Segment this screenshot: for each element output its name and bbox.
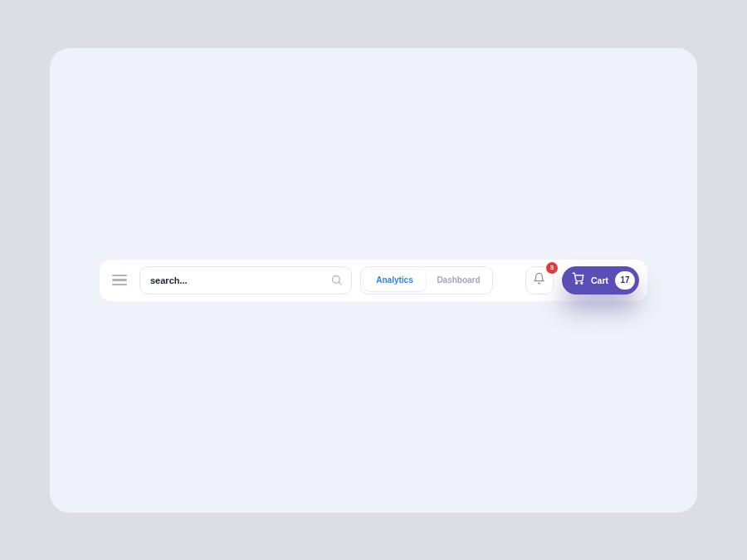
tab-dashboard[interactable]: Dashboard	[427, 270, 490, 291]
app-card: Analytics Dashboard 3 Cart 17	[50, 48, 697, 513]
cart-icon	[572, 272, 584, 288]
view-tabs: Analytics Dashboard	[360, 266, 493, 295]
svg-line-1	[339, 282, 341, 285]
menu-button[interactable]	[108, 269, 131, 292]
notifications-badge: 3	[546, 262, 558, 274]
cart-button[interactable]: Cart 17	[562, 266, 639, 295]
cart-label: Cart	[591, 275, 608, 285]
bell-icon	[533, 272, 545, 288]
search-icon	[330, 274, 343, 286]
search-field[interactable]	[139, 266, 352, 295]
tab-analytics[interactable]: Analytics	[364, 270, 426, 291]
svg-point-3	[581, 282, 583, 284]
search-input[interactable]	[150, 275, 324, 285]
notifications-button[interactable]: 3	[525, 266, 554, 295]
svg-point-2	[576, 282, 578, 284]
toolbar: Analytics Dashboard 3 Cart 17	[100, 260, 647, 301]
cart-count-badge: 17	[615, 271, 635, 290]
